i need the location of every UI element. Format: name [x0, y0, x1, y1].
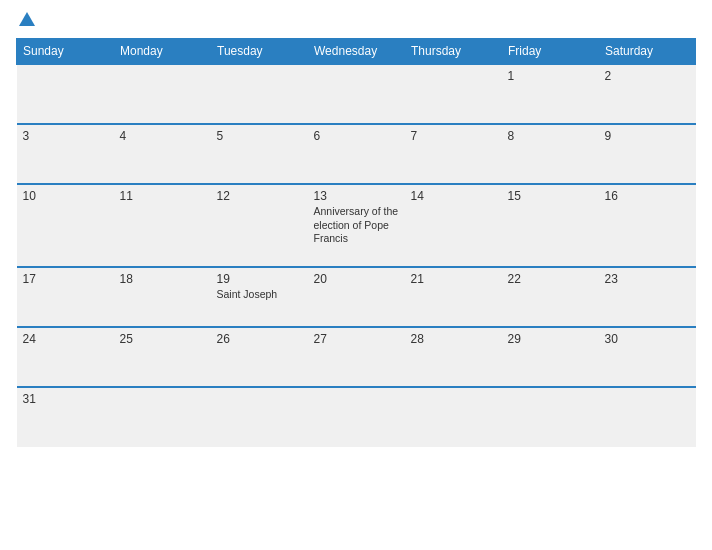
calendar-week-row: 171819Saint Joseph20212223	[17, 267, 696, 327]
day-number: 29	[508, 332, 593, 346]
day-number: 20	[314, 272, 399, 286]
day-number: 12	[217, 189, 302, 203]
calendar-cell: 8	[502, 124, 599, 184]
calendar-cell: 14	[405, 184, 502, 267]
day-number: 13	[314, 189, 399, 203]
calendar-cell	[405, 387, 502, 447]
calendar-cell: 13Anniversary of the election of Pope Fr…	[308, 184, 405, 267]
calendar-cell: 1	[502, 64, 599, 124]
calendar-cell: 11	[114, 184, 211, 267]
calendar-week-row: 3456789	[17, 124, 696, 184]
calendar-cell	[211, 387, 308, 447]
calendar-cell	[308, 64, 405, 124]
calendar-cell: 26	[211, 327, 308, 387]
day-number: 4	[120, 129, 205, 143]
day-number: 7	[411, 129, 496, 143]
day-number: 25	[120, 332, 205, 346]
calendar-cell: 4	[114, 124, 211, 184]
logo-triangle-icon	[19, 12, 35, 26]
day-number: 1	[508, 69, 593, 83]
calendar-cell: 12	[211, 184, 308, 267]
header-wednesday: Wednesday	[308, 39, 405, 65]
calendar-cell: 30	[599, 327, 696, 387]
calendar-cell: 27	[308, 327, 405, 387]
calendar-cell: 3	[17, 124, 114, 184]
calendar-cell: 19Saint Joseph	[211, 267, 308, 327]
calendar-cell: 25	[114, 327, 211, 387]
calendar-cell: 17	[17, 267, 114, 327]
header-sunday: Sunday	[17, 39, 114, 65]
calendar-cell: 22	[502, 267, 599, 327]
calendar-cell: 21	[405, 267, 502, 327]
day-number: 16	[605, 189, 690, 203]
calendar-cell: 10	[17, 184, 114, 267]
calendar-week-row: 24252627282930	[17, 327, 696, 387]
day-number: 11	[120, 189, 205, 203]
day-number: 22	[508, 272, 593, 286]
calendar-week-row: 10111213Anniversary of the election of P…	[17, 184, 696, 267]
day-number: 31	[23, 392, 108, 406]
header-thursday: Thursday	[405, 39, 502, 65]
calendar-week-row: 31	[17, 387, 696, 447]
header-saturday: Saturday	[599, 39, 696, 65]
weekday-header-row: Sunday Monday Tuesday Wednesday Thursday…	[17, 39, 696, 65]
day-number: 23	[605, 272, 690, 286]
calendar-cell: 6	[308, 124, 405, 184]
day-number: 2	[605, 69, 690, 83]
calendar-cell: 31	[17, 387, 114, 447]
calendar-cell: 16	[599, 184, 696, 267]
calendar-cell	[17, 64, 114, 124]
day-number: 17	[23, 272, 108, 286]
day-number: 9	[605, 129, 690, 143]
header-friday: Friday	[502, 39, 599, 65]
calendar-cell	[114, 387, 211, 447]
calendar-cell: 5	[211, 124, 308, 184]
calendar-cell: 29	[502, 327, 599, 387]
day-number: 24	[23, 332, 108, 346]
calendar-table: Sunday Monday Tuesday Wednesday Thursday…	[16, 38, 696, 447]
day-number: 14	[411, 189, 496, 203]
day-number: 18	[120, 272, 205, 286]
calendar-cell	[114, 64, 211, 124]
calendar-cell: 2	[599, 64, 696, 124]
calendar-cell: 24	[17, 327, 114, 387]
day-number: 26	[217, 332, 302, 346]
calendar-cell: 18	[114, 267, 211, 327]
calendar-week-row: 12	[17, 64, 696, 124]
day-number: 3	[23, 129, 108, 143]
day-number: 30	[605, 332, 690, 346]
calendar-cell: 7	[405, 124, 502, 184]
logo	[16, 12, 37, 28]
calendar-cell: 15	[502, 184, 599, 267]
header-tuesday: Tuesday	[211, 39, 308, 65]
day-number: 10	[23, 189, 108, 203]
day-number: 21	[411, 272, 496, 286]
calendar-cell	[405, 64, 502, 124]
calendar-cell: 23	[599, 267, 696, 327]
calendar-cell: 20	[308, 267, 405, 327]
header	[16, 12, 696, 28]
calendar-cell: 9	[599, 124, 696, 184]
day-number: 19	[217, 272, 302, 286]
calendar-cell	[502, 387, 599, 447]
day-number: 28	[411, 332, 496, 346]
day-number: 27	[314, 332, 399, 346]
calendar-page: Sunday Monday Tuesday Wednesday Thursday…	[0, 0, 712, 550]
event-label: Anniversary of the election of Pope Fran…	[314, 205, 399, 246]
calendar-cell	[211, 64, 308, 124]
calendar-cell: 28	[405, 327, 502, 387]
day-number: 15	[508, 189, 593, 203]
day-number: 8	[508, 129, 593, 143]
header-monday: Monday	[114, 39, 211, 65]
day-number: 5	[217, 129, 302, 143]
calendar-cell	[599, 387, 696, 447]
day-number: 6	[314, 129, 399, 143]
event-label: Saint Joseph	[217, 288, 302, 302]
calendar-cell	[308, 387, 405, 447]
